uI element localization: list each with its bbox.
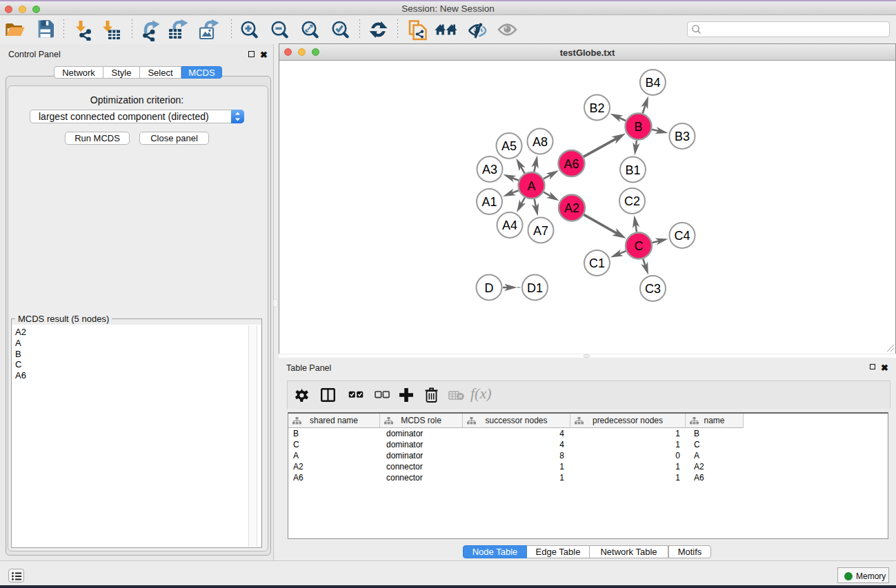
svg-text:A3: A3 (482, 163, 497, 176)
svg-text:B2: B2 (589, 101, 604, 115)
svg-text:D: D (485, 281, 494, 295)
svg-text:A8: A8 (532, 135, 548, 149)
svg-text:B3: B3 (675, 130, 690, 143)
svg-text:A: A (527, 179, 535, 193)
svg-text:A2: A2 (564, 201, 579, 215)
svg-text:B1: B1 (625, 163, 640, 177)
svg-text:C3: C3 (645, 282, 661, 296)
svg-text:A6: A6 (564, 157, 579, 171)
svg-text:C: C (635, 239, 644, 253)
svg-text:A4: A4 (502, 219, 517, 232)
svg-text:C1: C1 (589, 256, 605, 270)
svg-text:B4: B4 (645, 76, 660, 90)
svg-text:C2: C2 (624, 194, 640, 208)
svg-text:B: B (634, 120, 642, 134)
svg-text:A1: A1 (481, 195, 497, 209)
svg-text:D1: D1 (527, 281, 543, 295)
svg-text:A7: A7 (533, 224, 548, 238)
svg-text:A5: A5 (501, 139, 517, 153)
svg-text:C4: C4 (674, 229, 690, 243)
